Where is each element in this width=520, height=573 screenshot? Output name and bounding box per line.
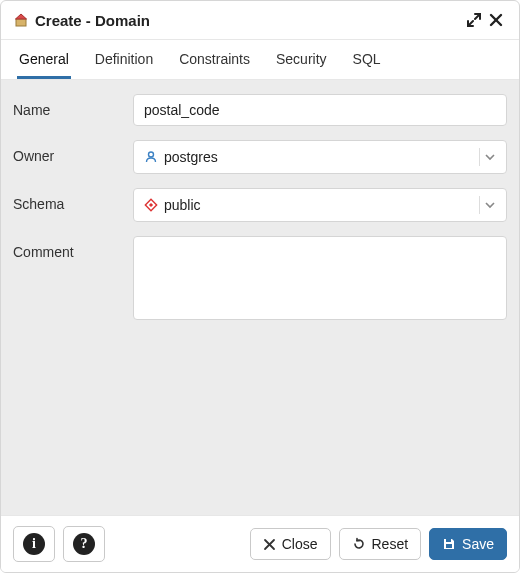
form-content: Name Owner postgres [1, 80, 519, 515]
schema-select[interactable]: public [133, 188, 507, 222]
dialog-title: Create - Domain [35, 12, 150, 29]
close-label: Close [282, 536, 318, 552]
close-dialog-button[interactable] [485, 9, 507, 31]
svg-rect-0 [16, 19, 26, 26]
name-input[interactable] [133, 94, 507, 126]
comment-label: Comment [13, 236, 133, 260]
row-schema: Schema public [13, 188, 507, 222]
tab-general[interactable]: General [17, 41, 71, 79]
help-button[interactable]: ? [63, 526, 105, 562]
svg-marker-1 [16, 14, 27, 19]
titlebar: Create - Domain [1, 1, 519, 40]
save-icon [442, 537, 456, 551]
schema-label: Schema [13, 188, 133, 212]
help-icon: ? [73, 533, 95, 555]
schema-icon [144, 198, 158, 212]
row-owner: Owner postgres [13, 140, 507, 174]
row-name: Name [13, 94, 507, 126]
svg-rect-5 [446, 539, 451, 542]
tab-security[interactable]: Security [274, 41, 329, 79]
info-button[interactable]: i [13, 526, 55, 562]
reset-icon [352, 537, 366, 551]
reset-label: Reset [372, 536, 409, 552]
footer: i ? Close Reset [1, 515, 519, 572]
svg-point-2 [149, 152, 154, 157]
tab-definition[interactable]: Definition [93, 41, 155, 79]
close-button[interactable]: Close [250, 528, 331, 560]
tab-bar: General Definition Constraints Security … [1, 40, 519, 80]
owner-label: Owner [13, 140, 133, 164]
close-icon [263, 538, 276, 551]
svg-rect-4 [149, 203, 153, 207]
reset-button[interactable]: Reset [339, 528, 422, 560]
owner-select[interactable]: postgres [133, 140, 507, 174]
save-button[interactable]: Save [429, 528, 507, 560]
name-label: Name [13, 94, 133, 118]
save-label: Save [462, 536, 494, 552]
svg-rect-6 [446, 544, 452, 548]
comment-input[interactable] [133, 236, 507, 320]
tab-sql[interactable]: SQL [351, 41, 383, 79]
create-domain-dialog: Create - Domain General Definition Const… [0, 0, 520, 573]
chevron-down-icon [484, 199, 496, 211]
row-comment: Comment [13, 236, 507, 323]
domain-icon [13, 12, 29, 28]
schema-value: public [164, 197, 201, 213]
maximize-button[interactable] [463, 9, 485, 31]
chevron-down-icon [484, 151, 496, 163]
owner-value: postgres [164, 149, 218, 165]
user-icon [144, 150, 158, 164]
tab-constraints[interactable]: Constraints [177, 41, 252, 79]
info-icon: i [23, 533, 45, 555]
